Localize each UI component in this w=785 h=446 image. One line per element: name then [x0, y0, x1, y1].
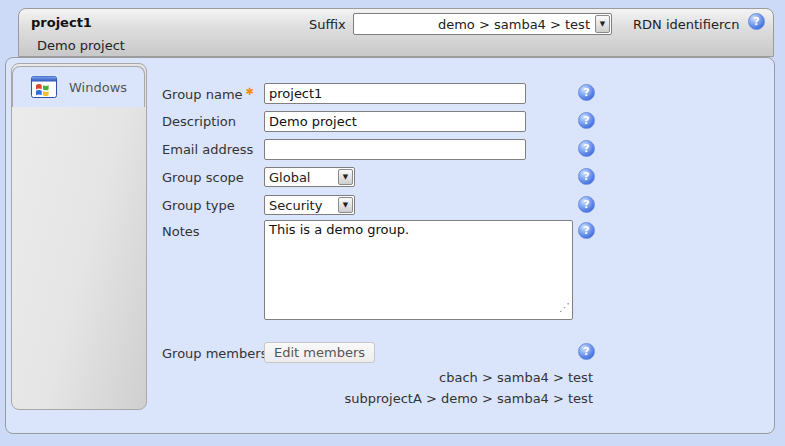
rdn-identifier-value: cn — [724, 17, 739, 32]
group-type-select[interactable]: Security ▼ — [264, 195, 355, 215]
edit-members-button[interactable]: Edit members — [264, 342, 375, 363]
group-member-entry: subprojectA > demo > samba4 > test — [265, 390, 593, 411]
suffix-label: Suffix — [309, 17, 346, 32]
group-members-label: Group members — [162, 346, 267, 361]
page-title: project1 — [31, 15, 92, 30]
tab-windows[interactable]: Windows — [12, 66, 145, 107]
email-address-input[interactable] — [264, 139, 526, 160]
group-scope-label: Group scope — [162, 170, 244, 185]
group-name-label: Group name✱ — [162, 86, 254, 102]
help-icon[interactable]: ? — [578, 343, 595, 360]
email-address-label: Email address — [162, 142, 253, 157]
group-scope-select[interactable]: Global ▼ — [264, 167, 355, 187]
help-icon[interactable]: ? — [578, 112, 595, 129]
group-type-label: Group type — [162, 198, 235, 213]
group-scope-select-value: Global — [265, 168, 337, 186]
required-icon: ✱ — [246, 86, 254, 97]
chevron-down-icon[interactable]: ▼ — [338, 169, 353, 185]
page-subtitle: Demo project — [37, 38, 125, 53]
help-icon[interactable]: ? — [578, 196, 595, 213]
notes-textarea[interactable]: This is a demo group. — [264, 220, 573, 320]
sidebar — [11, 63, 147, 410]
group-member-entry: cbach > samba4 > test — [265, 369, 593, 390]
description-label: Description — [162, 114, 236, 129]
help-icon[interactable]: ? — [578, 84, 595, 101]
resize-grip-icon[interactable]: ⋰ — [559, 301, 570, 314]
help-icon[interactable]: ? — [578, 168, 595, 185]
suffix-select[interactable]: demo > samba4 > test ▼ — [353, 13, 612, 35]
help-icon[interactable]: ? — [578, 222, 595, 239]
chevron-down-icon[interactable]: ▼ — [595, 15, 610, 33]
help-icon[interactable]: ? — [748, 13, 765, 30]
group-name-input[interactable] — [264, 83, 526, 104]
notes-label: Notes — [162, 224, 200, 239]
tab-windows-label: Windows — [69, 80, 127, 95]
chevron-down-icon[interactable]: ▼ — [338, 197, 353, 213]
description-input[interactable] — [264, 111, 526, 132]
suffix-select-value: demo > samba4 > test — [354, 14, 594, 34]
help-icon[interactable]: ? — [578, 140, 595, 157]
rdn-identifier-label: RDN identifier — [633, 17, 724, 32]
windows-logo-icon — [31, 76, 57, 98]
title-bar: project1 Demo project Suffix demo > samb… — [18, 8, 774, 57]
group-type-select-value: Security — [265, 196, 337, 214]
group-members-list: cbach > samba4 > test subprojectA > demo… — [265, 369, 593, 411]
